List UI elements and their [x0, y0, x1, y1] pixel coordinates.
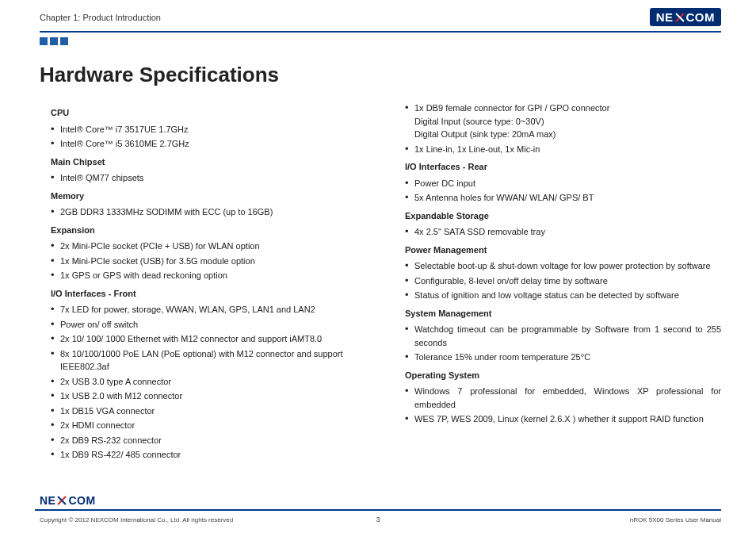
sec-chipset: Main Chipset	[51, 155, 367, 169]
list-item: 8x 10/100/1000 PoE LAN (PoE optional) wi…	[51, 347, 367, 374]
brand-x-icon-footer	[56, 495, 67, 506]
list-item: 1x Mini-PCIe socket (USB) for 3.5G modul…	[51, 255, 367, 268]
list-item: Intel® Core™ i7 3517UE 1.7GHz	[51, 123, 367, 136]
sec-os: Operating System	[405, 369, 721, 382]
list-item: Windows 7 professional for embedded, Win…	[405, 385, 721, 411]
chapter-label: Chapter 1: Product Introduction	[40, 13, 161, 22]
list-item: 2x DB9 RS-232 connector	[51, 434, 367, 447]
list-item: 2x Mini-PCIe socket (PCIe + USB) for WLA…	[51, 240, 367, 253]
list-item: Selectable boot-up & shut-down voltage f…	[405, 259, 721, 273]
brand-x-icon	[674, 12, 685, 23]
list-item: Status of ignition and low voltage statu…	[405, 289, 721, 302]
brand-logo-footer: NE COM	[40, 494, 96, 507]
sec-system: System Management	[405, 307, 721, 320]
brand-left-footer: NE	[40, 494, 55, 507]
sec-cpu: CPU	[51, 106, 367, 120]
list-item: 1x Line-in, 1x Line-out, 1x Mic-in	[405, 143, 721, 156]
decor-squares	[40, 37, 756, 45]
list-item: 1x DB15 VGA connector	[51, 405, 367, 418]
list-item: 2x HDMI connector	[51, 419, 367, 432]
list-item: 7x LED for power, storage, WWAN, WLAN, G…	[51, 303, 367, 316]
list-item: 2x USB 3.0 type A connector	[51, 375, 367, 389]
list-item: 4x 2.5" SATA SSD removable tray	[405, 225, 721, 239]
list-item: 2GB DDR3 1333MHz SODIMM with ECC (up to …	[51, 205, 367, 219]
sec-expansion: Expansion	[51, 224, 367, 237]
sec-io-front: I/O Interfaces - Front	[51, 287, 367, 301]
footer-rule	[35, 509, 721, 511]
header-rule	[40, 31, 721, 33]
sec-storage: Expandable Storage	[405, 209, 721, 223]
brand-logo-top: NE COM	[650, 8, 721, 26]
sec-memory: Memory	[51, 190, 367, 203]
list-item: Intel® Core™ i5 3610ME 2.7GHz	[51, 137, 367, 151]
list-item: 5x Antenna holes for WWAN/ WLAN/ GPS/ BT	[405, 191, 721, 205]
list-item: 2x 10/ 100/ 1000 Ethernet with M12 conne…	[51, 332, 367, 346]
sec-io-rear: I/O Interfaces - Rear	[405, 160, 721, 174]
list-item: 1x DB9 RS-422/ 485 connector	[51, 448, 367, 462]
page-title: Hardware Specifications	[40, 63, 756, 87]
brand-right-footer: COM	[68, 494, 95, 507]
brand-left: NE	[656, 10, 674, 24]
right-column: 1x DB9 female connector for GPI / GPO co…	[405, 102, 721, 466]
sec-power: Power Management	[405, 243, 721, 257]
left-column: CPU Intel® Core™ i7 3517UE 1.7GHz Intel®…	[51, 102, 367, 466]
list-cpu: Intel® Core™ i7 3517UE 1.7GHz Intel® Cor…	[51, 123, 367, 151]
list-item: WES 7P, WES 2009, Linux (kernel 2.6.X ) …	[405, 412, 721, 426]
list-item: Power on/ off switch	[51, 318, 367, 332]
list-item: 1x USB 2.0 with M12 connector	[51, 389, 367, 403]
page-number: 3	[0, 516, 756, 523]
list-item: Watchdog timeout can be programmable by …	[405, 323, 721, 349]
list-item: 1x DB9 female connector for GPI / GPO co…	[405, 102, 721, 141]
list-item: 1x GPS or GPS with dead reckoning option	[51, 269, 367, 282]
list-item: Tolerance 15% under room temperature 25°…	[405, 351, 721, 364]
list-item: Intel® QM77 chipsets	[51, 171, 367, 185]
list-item: Configurable, 8-level on/off delay time …	[405, 274, 721, 288]
brand-right: COM	[686, 10, 716, 24]
list-item: Power DC input	[405, 177, 721, 190]
